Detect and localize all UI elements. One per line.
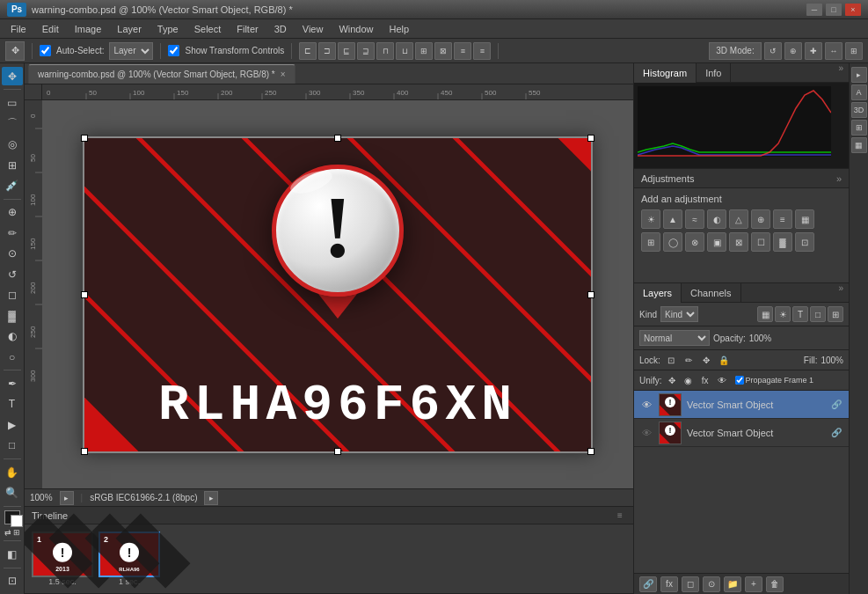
3d-rotate-icon[interactable]: ↺ bbox=[764, 42, 782, 60]
adj-hueSat-icon[interactable]: ⊕ bbox=[751, 209, 770, 229]
delete-layer-button[interactable]: 🗑 bbox=[766, 576, 784, 592]
default-colors-icon[interactable]: ⊞ bbox=[13, 528, 20, 537]
doc-tab-close-button[interactable]: × bbox=[281, 70, 286, 79]
panel-toggle-5[interactable]: ▦ bbox=[851, 137, 867, 153]
distribute-left-icon[interactable]: ≡ bbox=[454, 42, 471, 60]
tool-pen[interactable]: ✒ bbox=[2, 374, 23, 392]
handle-middle-right[interactable] bbox=[587, 291, 594, 298]
layer-2-visibility-icon[interactable]: 👁 bbox=[639, 426, 653, 440]
tool-dodge[interactable]: ○ bbox=[2, 348, 23, 366]
tool-blur[interactable]: ◐ bbox=[2, 326, 23, 345]
align-bottom-icon[interactable]: ⊔ bbox=[396, 42, 413, 60]
menu-edit[interactable]: Edit bbox=[35, 22, 66, 36]
3d-orbit-icon[interactable]: ⊕ bbox=[784, 42, 802, 60]
handle-bottom-right[interactable] bbox=[587, 448, 594, 455]
tab-histogram[interactable]: Histogram bbox=[634, 63, 697, 83]
filter-shape-icon[interactable]: □ bbox=[810, 306, 826, 322]
distribute-h-icon[interactable]: ⊞ bbox=[415, 42, 433, 60]
tool-lasso[interactable]: ⌒ bbox=[2, 114, 23, 133]
move-tool-icon[interactable]: ✥ bbox=[5, 41, 25, 61]
adjustments-expand-icon[interactable]: » bbox=[836, 173, 842, 184]
handle-top-center[interactable] bbox=[334, 135, 341, 142]
align-left-icon[interactable]: ⊏ bbox=[299, 42, 317, 60]
autoselect-select[interactable]: Layer Group bbox=[109, 42, 153, 60]
add-mask-button[interactable]: ◻ bbox=[682, 576, 699, 592]
tool-spot-heal[interactable]: ⊕ bbox=[2, 203, 23, 222]
tool-brush[interactable]: ✏ bbox=[2, 224, 23, 242]
frame-2[interactable]: ! RLHA96 2 bbox=[98, 532, 160, 577]
propagate-checkbox[interactable] bbox=[735, 376, 744, 385]
foreground-color[interactable] bbox=[4, 510, 20, 524]
distribute-right-icon[interactable]: ≡ bbox=[473, 42, 491, 60]
adj-brightness-icon[interactable]: ☀ bbox=[641, 209, 660, 229]
adj-invert-icon[interactable]: ▣ bbox=[707, 232, 726, 252]
histogram-panel-close[interactable]: » bbox=[833, 63, 849, 82]
tool-screen-mode[interactable]: ⊡ bbox=[2, 571, 23, 590]
3d-scale-icon[interactable]: ⊞ bbox=[845, 42, 863, 60]
tool-history-brush[interactable]: ↺ bbox=[2, 265, 23, 283]
tool-move[interactable]: ✥ bbox=[2, 67, 23, 85]
restore-button[interactable]: □ bbox=[826, 4, 842, 16]
handle-top-right[interactable] bbox=[587, 135, 594, 142]
adj-selectivecolor-icon[interactable]: ⊡ bbox=[795, 232, 814, 252]
lock-position-icon[interactable]: ✥ bbox=[699, 353, 713, 367]
switch-colors-icon[interactable]: ⇄ bbox=[4, 528, 11, 537]
timeline-menu-icon[interactable]: ≡ bbox=[614, 510, 626, 522]
layers-panel-close[interactable]: » bbox=[833, 283, 849, 302]
adj-levels-icon[interactable]: ▲ bbox=[663, 209, 682, 229]
autoselect-checkbox[interactable] bbox=[40, 45, 51, 56]
transform-checkbox[interactable] bbox=[168, 45, 179, 56]
adj-gradientmap-icon[interactable]: ▓ bbox=[773, 232, 792, 252]
add-group-button[interactable]: 📁 bbox=[724, 576, 741, 592]
link-layers-button[interactable]: 🔗 bbox=[639, 576, 657, 592]
tab-info[interactable]: Info bbox=[697, 63, 731, 83]
blend-mode-select[interactable]: Normal Multiply Screen bbox=[639, 330, 710, 346]
adj-exposure-icon[interactable]: ◐ bbox=[707, 209, 726, 229]
menu-file[interactable]: File bbox=[4, 22, 33, 36]
tool-gradient[interactable]: ▓ bbox=[2, 306, 23, 325]
align-center-icon[interactable]: ⊐ bbox=[318, 42, 336, 60]
add-adjustment-button[interactable]: ⊙ bbox=[703, 576, 720, 592]
tool-quickmask[interactable]: ◧ bbox=[2, 545, 23, 563]
tool-marquee[interactable]: ▭ bbox=[2, 93, 23, 112]
layer-2-link-icon[interactable]: 🔗 bbox=[829, 426, 843, 440]
panel-toggle-1[interactable]: ▸ bbox=[851, 67, 867, 83]
filter-adjustment-icon[interactable]: ☀ bbox=[775, 306, 791, 322]
tool-eraser[interactable]: ◻ bbox=[2, 285, 23, 304]
align-right-icon[interactable]: ⊑ bbox=[338, 42, 355, 60]
adj-photofilter-icon[interactable]: ⊞ bbox=[641, 232, 660, 252]
handle-bottom-left[interactable] bbox=[81, 448, 88, 455]
menu-view[interactable]: View bbox=[295, 22, 331, 36]
unify-position-icon[interactable]: ✥ bbox=[665, 373, 679, 387]
minimize-button[interactable]: ─ bbox=[806, 4, 822, 16]
panel-toggle-2[interactable]: A bbox=[851, 84, 867, 100]
frame-1[interactable]: ! 2013 1 bbox=[32, 532, 93, 577]
doc-tab-active[interactable]: warning-combo.psd @ 100% (Vector Smart O… bbox=[28, 64, 295, 84]
layer-item-1[interactable]: 👁 ! Vector Smart Object 🔗 bbox=[634, 391, 849, 419]
adj-threshold-icon[interactable]: ☐ bbox=[751, 232, 770, 252]
zoom-presets-icon[interactable]: ▸ bbox=[60, 491, 74, 505]
add-style-button[interactable]: fx bbox=[660, 576, 678, 592]
tab-layers[interactable]: Layers bbox=[634, 283, 682, 303]
layer-1-visibility-icon[interactable]: 👁 bbox=[639, 398, 653, 412]
tool-quickselect[interactable]: ◎ bbox=[2, 135, 23, 153]
adj-colorlookup-icon[interactable]: ⊗ bbox=[685, 232, 704, 252]
tab-channels[interactable]: Channels bbox=[682, 283, 740, 303]
adj-colorBalance-icon[interactable]: ≡ bbox=[773, 209, 792, 229]
menu-layer[interactable]: Layer bbox=[110, 22, 149, 36]
handle-middle-left[interactable] bbox=[81, 291, 88, 298]
handle-top-left[interactable] bbox=[81, 135, 88, 142]
tool-eyedropper[interactable]: 💉 bbox=[2, 176, 23, 194]
tool-text[interactable]: T bbox=[2, 395, 23, 414]
lock-transparent-icon[interactable]: ⊡ bbox=[664, 353, 678, 367]
filter-smartobj-icon[interactable]: ⊞ bbox=[828, 306, 843, 322]
layer-1-link-icon[interactable]: 🔗 bbox=[829, 398, 843, 412]
unify-face-icon[interactable]: ◉ bbox=[682, 373, 696, 387]
menu-3d[interactable]: 3D bbox=[267, 22, 294, 36]
filter-pixel-icon[interactable]: ▦ bbox=[757, 306, 773, 322]
tool-hand[interactable]: ✋ bbox=[2, 463, 23, 481]
align-top-icon[interactable]: ⊒ bbox=[357, 42, 375, 60]
layer-item-2[interactable]: 👁 ! Vector Smart Object 🔗 bbox=[634, 419, 849, 447]
unify-style-icon[interactable]: fx bbox=[698, 373, 712, 387]
file-info-arrow[interactable]: ▸ bbox=[204, 491, 218, 505]
